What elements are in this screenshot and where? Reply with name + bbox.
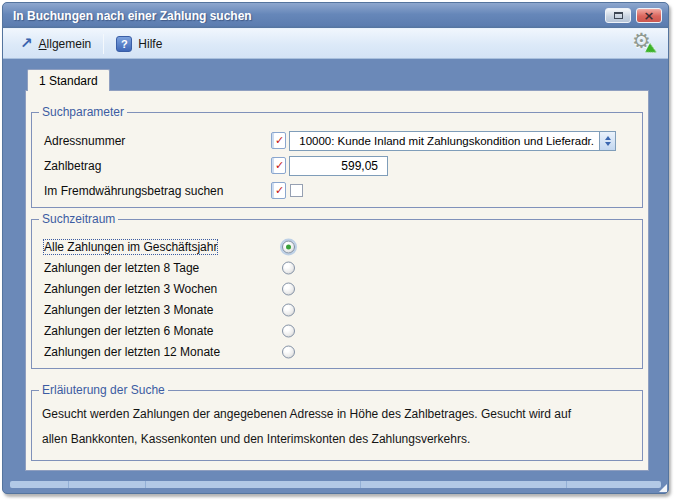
option-row: Zahlungen der letzten 3 Wochen bbox=[32, 278, 642, 299]
option-8-tage-label: Zahlungen der letzten 8 Tage bbox=[44, 261, 199, 275]
restore-icon bbox=[614, 12, 623, 19]
fremdwaehrung-label: Im Fremdwährungsbetrag suchen bbox=[44, 184, 271, 198]
spinner-up-icon bbox=[605, 136, 611, 140]
group-suchparameter: Suchparameter Adressnummer ✓ 10000: Kund… bbox=[31, 112, 643, 208]
adressnummer-label: Adressnummer bbox=[44, 134, 271, 148]
option-12-monate-label: Zahlungen der letzten 12 Monate bbox=[44, 345, 220, 359]
resize-grip[interactable] bbox=[659, 484, 667, 492]
spinner-button[interactable] bbox=[599, 132, 615, 150]
toolbar: ↗ Allgemein ? Hilfe ⚙ bbox=[3, 28, 668, 59]
adressnummer-combo[interactable]: 10000: Kunde Inland mit Zahlungskonditio… bbox=[289, 131, 616, 151]
status-divider bbox=[68, 481, 69, 488]
tab-standard[interactable]: 1 Standard bbox=[27, 69, 110, 91]
option-3-monate-radio[interactable] bbox=[282, 303, 295, 316]
titlebar[interactable]: In Buchungen nach einer Zahlung suchen × bbox=[3, 3, 668, 28]
zahlbetrag-input[interactable]: 599,05 bbox=[289, 156, 388, 176]
group-erlaeuterung: Erläiuterung der Suche Gesucht werden Za… bbox=[31, 390, 643, 461]
explanation-line-1: Gesucht werden Zahlungen der angegebenen… bbox=[32, 407, 642, 421]
field-row-zahlbetrag: Zahlbetrag ✓ 599,05 bbox=[32, 153, 642, 178]
dialog-window: In Buchungen nach einer Zahlung suchen ×… bbox=[2, 2, 669, 494]
spinner-down-icon bbox=[605, 142, 611, 146]
window-title: In Buchungen nach einer Zahlung suchen bbox=[13, 9, 600, 23]
status-strip bbox=[10, 481, 661, 488]
allgemein-label: Allgemein bbox=[39, 37, 92, 51]
help-icon: ? bbox=[116, 36, 132, 52]
close-icon: × bbox=[644, 9, 655, 22]
criteria-active-icon[interactable]: ✓ bbox=[271, 132, 286, 149]
fremdwaehrung-checkbox[interactable] bbox=[290, 184, 303, 197]
arrow-up-right-icon: ↗ bbox=[20, 36, 33, 50]
zahlbetrag-label: Zahlbetrag bbox=[44, 159, 271, 173]
option-12-monate-radio[interactable] bbox=[282, 345, 295, 358]
option-6-monate-label: Zahlungen der letzten 6 Monate bbox=[44, 324, 213, 338]
option-row: Zahlungen der letzten 3 Monate bbox=[32, 299, 642, 320]
hilfe-button[interactable]: ? Hilfe bbox=[109, 33, 169, 55]
option-row: Zahlungen der letzten 6 Monate bbox=[32, 320, 642, 341]
option-3-wochen-radio[interactable] bbox=[282, 282, 295, 295]
option-6-monate-radio[interactable] bbox=[282, 324, 295, 337]
criteria-active-icon[interactable]: ✓ bbox=[271, 157, 286, 174]
allgemein-button[interactable]: ↗ Allgemein bbox=[13, 34, 98, 54]
toolbar-separator bbox=[103, 34, 104, 54]
hilfe-label: Hilfe bbox=[138, 37, 162, 51]
option-row: Zahlungen der letzten 8 Tage bbox=[32, 257, 642, 278]
option-row: Zahlungen der letzten 12 Monate bbox=[32, 341, 642, 362]
restore-button[interactable] bbox=[605, 8, 631, 23]
status-divider bbox=[145, 481, 146, 488]
field-row-fremdwaehrung: Im Fremdwährungsbetrag suchen ✓ bbox=[32, 178, 642, 203]
option-geschaeftsjahr-radio[interactable] bbox=[282, 240, 295, 253]
option-row: Alle Zahlungen im Geschäftsjahr bbox=[32, 236, 642, 257]
group-erlaeuterung-title: Erläiuterung der Suche bbox=[39, 383, 168, 397]
group-suchparameter-title: Suchparameter bbox=[39, 105, 127, 119]
adressnummer-value: 10000: Kunde Inland mit Zahlungskonditio… bbox=[290, 132, 599, 150]
close-button[interactable]: × bbox=[636, 8, 662, 23]
content-frame: 1 Standard Suchparameter Adressnummer ✓ … bbox=[3, 59, 668, 493]
main-panel: Suchparameter Adressnummer ✓ 10000: Kund… bbox=[25, 90, 649, 471]
run-settings-button[interactable]: ⚙ bbox=[632, 31, 658, 57]
option-8-tage-radio[interactable] bbox=[282, 261, 295, 274]
explanation-line-2: allen Bankkonten, Kassenkonten und den I… bbox=[32, 432, 642, 446]
option-3-wochen-label: Zahlungen der letzten 3 Wochen bbox=[44, 282, 217, 296]
status-divider bbox=[360, 481, 361, 488]
field-row-adressnummer: Adressnummer ✓ 10000: Kunde Inland mit Z… bbox=[32, 128, 642, 153]
group-suchzeitraum: Suchzeitraum Alle Zahlungen im Geschäfts… bbox=[31, 219, 643, 369]
option-3-monate-label: Zahlungen der letzten 3 Monate bbox=[44, 303, 213, 317]
group-suchzeitraum-title: Suchzeitraum bbox=[39, 212, 118, 226]
option-geschaeftsjahr-label: Alle Zahlungen im Geschäftsjahr bbox=[44, 240, 217, 254]
criteria-active-icon[interactable]: ✓ bbox=[271, 182, 286, 199]
status-divider bbox=[566, 481, 567, 488]
